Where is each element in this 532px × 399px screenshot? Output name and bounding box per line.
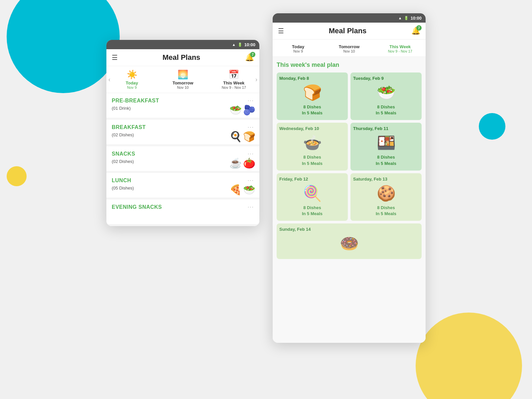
bell-badge-left: 7: [250, 52, 255, 57]
meal-snacks-sub: (02 Dishes): [112, 159, 134, 164]
meal-snacks-images: ☕ 🍅: [229, 157, 255, 169]
day-card-sat[interactable]: Saturday, Feb 13 🍪 8 DishesIn 5 Meals: [350, 173, 422, 221]
tab-thisweek-left[interactable]: 📅 This Week Nov 9 - Nov 17: [208, 69, 259, 89]
hamburger-icon-right[interactable]: ☰: [278, 27, 284, 35]
phones-container: ▲ 🔋 10:00 ☰ Meal Plans 🔔 7 ‹ ☀️ Today No…: [0, 0, 532, 356]
status-bar-left: ▲ 🔋 10:00: [106, 40, 259, 49]
day-name-sun: Sunday, Feb 14: [279, 227, 311, 232]
meal-evening-snacks-title: EVENING SNACKS: [112, 204, 162, 210]
tab-tomorrow-left[interactable]: 🌅 Tomorrow Nov 10: [157, 69, 208, 89]
day-food-thu: 🍱: [377, 134, 396, 152]
battery-icon-right: 🔋: [404, 16, 409, 20]
tabs-left: ‹ ☀️ Today Nov 9 🌅 Tomorrow Nov 10 📅 Thi…: [106, 66, 259, 93]
signal-icon-right: ▲: [398, 16, 402, 20]
tab-today-icon: ☀️: [127, 69, 137, 80]
day-name-mon: Monday, Feb 8: [279, 76, 309, 81]
day-card-wed[interactable]: Wednesday, Feb 10 🍲 8 DishesIn 5 Meals: [277, 123, 348, 170]
tabs-right: Today Nov 9 Tomorrow Nov 10 This Week No…: [273, 40, 426, 57]
day-food-wed: 🍲: [303, 134, 322, 152]
app-header-left: ☰ Meal Plans 🔔 7: [106, 49, 259, 66]
day-card-thu[interactable]: Thursday, Feb 11 🍱 8 DishesIn 5 Meals: [350, 123, 422, 170]
day-food-tue: 🥗: [377, 83, 396, 101]
meal-pre-breakfast: PRE-BREAKFAST ··· (01 Drink) 🥗 🫐: [106, 93, 259, 120]
tab-thisweek-label: This Week: [223, 80, 244, 85]
meal-snacks-emoji1: ☕: [229, 157, 242, 169]
days-grid: Monday, Feb 8 🍞 8 DishesIn 5 Meals Tuesd…: [277, 72, 422, 259]
meal-snacks: SNACKS ··· (02 Dishes) ☕ 🍅: [106, 146, 259, 173]
meal-snacks-emoji2: 🍅: [243, 157, 255, 169]
day-name-thu: Thursday, Feb 11: [353, 126, 388, 131]
tab-today-right-sub: Nov 9: [293, 49, 303, 53]
app-header-right: ☰ Meal Plans 🔔 7: [273, 23, 426, 40]
tab-thisweek-right-label: This Week: [389, 44, 411, 49]
meal-breakfast-emoji2: 🍞: [243, 131, 255, 142]
tab-today-sub: Nov 9: [127, 85, 137, 89]
meal-breakfast-emoji1: 🍳: [229, 131, 242, 142]
tab-today-right-label: Today: [292, 44, 304, 49]
meal-breakfast: BREAKFAST ··· (02 Dishes) 🍳 🍞: [106, 120, 259, 146]
status-time-left: 10:00: [244, 42, 255, 47]
phone-left: ▲ 🔋 10:00 ☰ Meal Plans 🔔 7 ‹ ☀️ Today No…: [106, 40, 259, 226]
tab-today-right[interactable]: Today Nov 9: [273, 43, 324, 55]
day-card-fri[interactable]: Friday, Feb 12 🍭 8 DishesIn 5 Meals: [277, 173, 348, 221]
day-name-tue: Tuesday, Feb 9: [353, 76, 384, 81]
meal-lunch-title: LUNCH: [112, 178, 131, 184]
tab-thisweek-right[interactable]: This Week Nov 9 - Nov 17: [375, 43, 426, 55]
day-food-sat: 🍪: [377, 184, 396, 202]
tab-today-left[interactable]: ☀️ Today Nov 9: [106, 69, 157, 89]
app-title-left: Meal Plans: [163, 53, 200, 62]
hamburger-icon-left[interactable]: ☰: [112, 54, 118, 62]
meal-lunch-images: 🍕 🥗: [229, 184, 255, 196]
tab-tomorrow-right-sub: Nov 10: [343, 49, 355, 53]
day-dishes-thu: 8 DishesIn 5 Meals: [376, 154, 396, 166]
battery-icon-left: 🔋: [238, 43, 242, 47]
day-dishes-mon: 8 DishesIn 5 Meals: [302, 104, 323, 116]
meal-lunch: LUNCH ··· (05 Dishes) 🍕 🥗: [106, 173, 259, 200]
bell-wrapper-right[interactable]: 🔔 7: [411, 27, 420, 35]
meal-breakfast-sub: (02 Dishes): [112, 132, 134, 137]
meal-lunch-emoji1: 🍕: [229, 184, 242, 196]
bell-badge-right: 7: [416, 25, 422, 31]
meal-evening-snacks-more[interactable]: ···: [248, 204, 254, 210]
day-dishes-tue: 8 DishesIn 5 Meals: [376, 104, 396, 116]
status-time-right: 10:00: [411, 16, 422, 21]
meal-pre-breakfast-emoji2: 🫐: [243, 104, 255, 116]
day-food-fri: 🍭: [303, 184, 322, 202]
status-bar-right: ▲ 🔋 10:00: [273, 13, 426, 23]
meal-lunch-more[interactable]: ···: [248, 178, 254, 184]
tab-tomorrow-right[interactable]: Tomorrow Nov 10: [324, 43, 374, 55]
tab-today-label: Today: [126, 80, 138, 85]
meal-pre-breakfast-title: PRE-BREAKFAST: [112, 98, 159, 104]
day-dishes-wed: 8 DishesIn 5 Meals: [302, 154, 323, 166]
day-card-tue[interactable]: Tuesday, Feb 9 🥗 8 DishesIn 5 Meals: [350, 72, 422, 120]
day-name-sat: Saturday, Feb 13: [353, 177, 387, 182]
day-card-sun[interactable]: Sunday, Feb 14 🍩: [277, 223, 422, 259]
signal-icon-left: ▲: [232, 43, 236, 47]
tab-tomorrow-sub: Nov 10: [177, 85, 189, 89]
bell-wrapper-left[interactable]: 🔔 7: [245, 53, 254, 62]
day-dishes-sat: 8 DishesIn 5 Meals: [376, 205, 396, 217]
day-food-sun: 🍩: [340, 234, 359, 252]
tab-thisweek-right-sub: Nov 9 - Nov 17: [388, 49, 412, 53]
meal-pre-breakfast-more[interactable]: ···: [248, 98, 254, 104]
day-name-fri: Friday, Feb 12: [279, 177, 308, 182]
tab-tomorrow-icon: 🌅: [178, 69, 188, 80]
meal-pre-breakfast-images: 🥗 🫐: [229, 104, 255, 116]
week-plan-title: This week's meal plan: [277, 62, 422, 68]
meal-breakfast-more[interactable]: ···: [248, 124, 254, 130]
meal-pre-breakfast-sub: (01 Drink): [112, 106, 131, 111]
meal-lunch-emoji2: 🥗: [243, 184, 255, 196]
tab-arrow-left[interactable]: ‹: [108, 76, 110, 83]
tab-tomorrow-right-label: Tomorrow: [339, 44, 360, 49]
meal-evening-snacks: EVENING SNACKS ···: [106, 200, 259, 226]
day-card-mon[interactable]: Monday, Feb 8 🍞 8 DishesIn 5 Meals: [277, 72, 348, 120]
meal-breakfast-images: 🍳 🍞: [229, 131, 255, 142]
day-name-wed: Wednesday, Feb 10: [279, 126, 319, 131]
meal-snacks-more[interactable]: ···: [248, 151, 254, 157]
meal-pre-breakfast-emoji1: 🥗: [229, 104, 242, 116]
tab-arrow-right[interactable]: ›: [255, 76, 257, 83]
meal-breakfast-title: BREAKFAST: [112, 124, 146, 130]
meal-snacks-title: SNACKS: [112, 151, 135, 157]
tab-thisweek-icon: 📅: [228, 69, 239, 80]
tab-thisweek-sub: Nov 9 - Nov 17: [222, 85, 246, 89]
